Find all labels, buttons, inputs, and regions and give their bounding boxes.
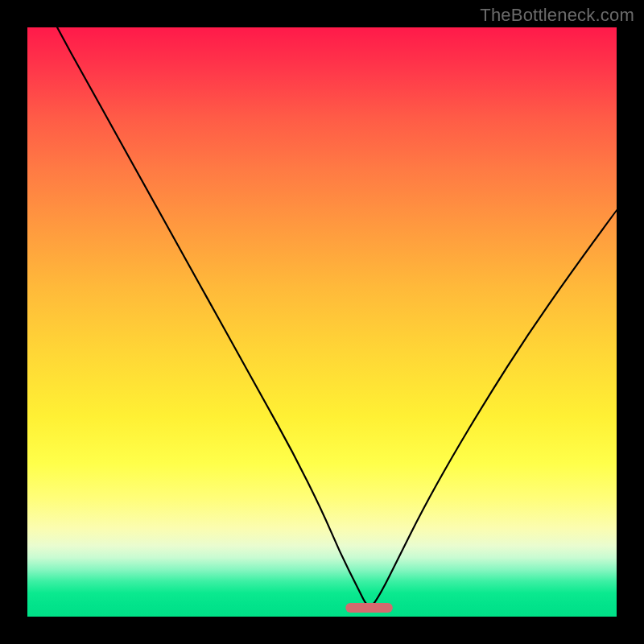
bottleneck-marker	[345, 603, 393, 613]
chart-frame: TheBottleneck.com	[0, 0, 644, 644]
watermark-label: TheBottleneck.com	[480, 5, 634, 26]
bottleneck-curve	[27, 0, 617, 605]
chart-svg	[27, 27, 617, 617]
plot-area	[27, 27, 617, 617]
